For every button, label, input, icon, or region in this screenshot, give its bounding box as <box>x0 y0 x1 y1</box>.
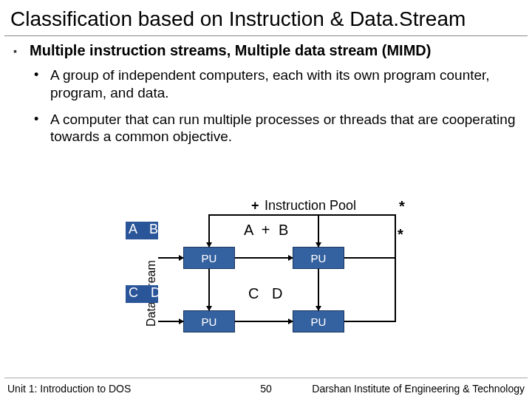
pu-3: PU <box>183 310 235 332</box>
footer-page: 50 <box>260 383 272 395</box>
plus-symbol: + <box>251 198 259 214</box>
mid-cd: C D <box>248 285 287 302</box>
star-1: * <box>399 198 405 215</box>
arrow-h1 <box>158 257 183 259</box>
arrow-v2 <box>318 214 319 247</box>
footer-right: Darshan Institute of Engineering & Techn… <box>312 383 525 395</box>
line-h-out1 <box>344 257 396 259</box>
arrow-v3 <box>208 269 210 310</box>
arrow-v4 <box>318 269 319 310</box>
divider-bottom <box>4 378 528 378</box>
slide-title: Classification based on Instruction & Da… <box>0 0 532 35</box>
input-cd: C D <box>129 285 165 301</box>
arrow-h3 <box>158 321 183 322</box>
arrow-h2 <box>235 257 293 259</box>
bus-top <box>208 214 396 216</box>
pu-4: PU <box>293 310 344 332</box>
bullet-2: A computer that can run multiple process… <box>0 106 532 151</box>
instruction-pool-label: Instruction Pool <box>265 198 356 214</box>
mimd-diagram: + Instruction Pool * * Data Stream A B C… <box>103 198 429 368</box>
bus-right <box>395 214 396 322</box>
star-2: * <box>398 226 403 243</box>
divider-top <box>4 35 528 36</box>
arrow-h4 <box>235 321 293 322</box>
pu-2: PU <box>293 247 344 269</box>
footer-left: Unit 1: Introduction to DOS <box>7 383 131 395</box>
arrow-v1 <box>208 214 210 247</box>
heading-mimd: Multiple instruction streams, Multiple d… <box>0 39 532 62</box>
pu-1: PU <box>183 247 235 269</box>
bullet-1: A group of independent computers, each w… <box>0 62 532 106</box>
footer: Unit 1: Introduction to DOS 50 Darshan I… <box>0 383 532 395</box>
line-h-out2 <box>344 321 396 322</box>
mid-ab: A + B <box>244 222 290 239</box>
input-ab: A B <box>129 222 163 237</box>
